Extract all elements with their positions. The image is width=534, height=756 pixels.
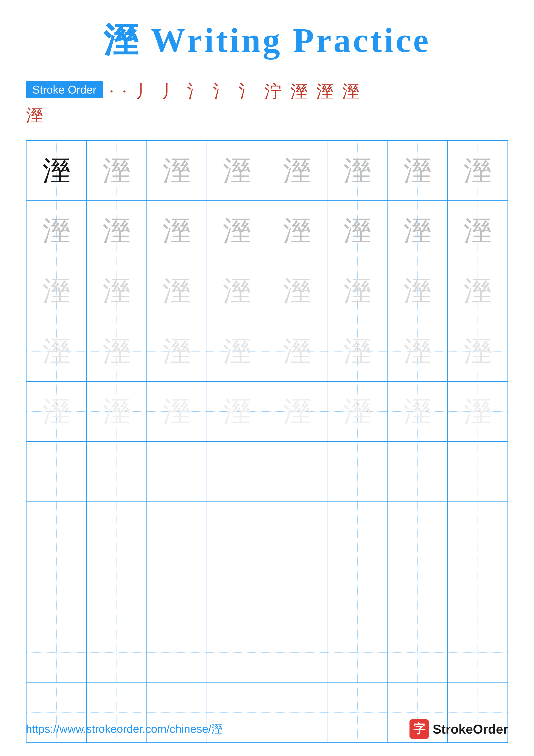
cell-character: 溼 (163, 337, 191, 365)
grid-cell[interactable]: 溼 (387, 562, 447, 622)
grid-cell[interactable]: 溼 (447, 261, 508, 321)
cell-character: 溼 (464, 518, 492, 546)
grid-cell[interactable]: 溼 (87, 201, 146, 261)
cell-character: 溼 (403, 217, 431, 245)
grid-cell[interactable]: 溼 (87, 141, 146, 201)
cell-character: 溼 (103, 578, 131, 606)
grid-cell[interactable]: 溼 (267, 502, 327, 562)
cell-character: 溼 (163, 157, 191, 185)
grid-cell[interactable]: 溼 (26, 321, 87, 381)
grid-cell[interactable]: 溼 (26, 201, 87, 261)
grid-cell[interactable]: 溼 (387, 141, 447, 201)
grid-cell[interactable]: 溼 (147, 141, 207, 201)
grid-cell[interactable]: 溼 (207, 261, 267, 321)
grid-cell[interactable]: 溼 (147, 442, 207, 502)
grid-cell[interactable]: 溼 (447, 201, 508, 261)
stroke-order-badge: Stroke Order (26, 81, 103, 98)
grid-cell[interactable]: 溼 (327, 381, 387, 442)
grid-row: 溼溼溼溼溼溼溼溼 (26, 261, 508, 321)
cell-character: 溼 (163, 518, 191, 546)
grid-cell[interactable]: 溼 (387, 321, 447, 381)
grid-cell[interactable]: 溼 (207, 381, 267, 442)
grid-cell[interactable]: 溼 (267, 622, 327, 682)
grid-cell[interactable]: 溼 (26, 442, 87, 502)
grid-cell[interactable]: 溼 (267, 442, 327, 502)
cell-character: 溼 (283, 217, 311, 245)
grid-cell[interactable]: 溼 (26, 261, 87, 321)
grid-cell[interactable]: 溼 (26, 562, 87, 622)
grid-cell[interactable]: 溼 (447, 321, 508, 381)
cell-character: 溼 (223, 518, 251, 546)
grid-cell[interactable]: 溼 (207, 201, 267, 261)
grid-row: 溼溼溼溼溼溼溼溼 (26, 442, 508, 502)
grid-cell[interactable]: 溼 (87, 261, 146, 321)
grid-cell[interactable]: 溼 (207, 622, 267, 682)
grid-cell[interactable]: 溼 (387, 261, 447, 321)
grid-cell[interactable]: 溼 (147, 201, 207, 261)
grid-cell[interactable]: 溼 (147, 261, 207, 321)
cell-character: 溼 (283, 578, 311, 606)
grid-cell[interactable]: 溼 (26, 381, 87, 442)
grid-cell[interactable]: 溼 (327, 321, 387, 381)
grid-cell[interactable]: 溼 (207, 562, 267, 622)
cell-character: 溼 (103, 397, 131, 425)
grid-cell[interactable]: 溼 (327, 502, 387, 562)
cell-character: 溼 (343, 397, 371, 425)
grid-cell[interactable]: 溼 (387, 201, 447, 261)
grid-cell[interactable]: 溼 (267, 562, 327, 622)
grid-cell[interactable]: 溼 (267, 201, 327, 261)
grid-cell[interactable]: 溼 (147, 622, 207, 682)
grid-cell[interactable]: 溼 (267, 141, 327, 201)
grid-cell[interactable]: 溼 (387, 442, 447, 502)
grid-cell[interactable]: 溼 (87, 381, 146, 442)
cell-character: 溼 (403, 277, 431, 305)
grid-cell[interactable]: 溼 (87, 442, 146, 502)
grid-cell[interactable]: 溼 (387, 381, 447, 442)
grid-cell[interactable]: 溼 (387, 502, 447, 562)
grid-cell[interactable]: 溼 (267, 261, 327, 321)
grid-cell[interactable]: 溼 (327, 442, 387, 502)
cell-character: 溼 (343, 217, 371, 245)
cell-character: 溼 (223, 578, 251, 606)
grid-cell[interactable]: 溼 (87, 502, 146, 562)
grid-cell[interactable]: 溼 (447, 622, 508, 682)
grid-cell[interactable]: 溼 (447, 381, 508, 442)
grid-cell[interactable]: 溼 (207, 321, 267, 381)
grid-cell[interactable]: 溼 (267, 381, 327, 442)
grid-cell[interactable]: 溼 (387, 622, 447, 682)
grid-cell[interactable]: 溼 (26, 141, 87, 201)
cell-character: 溼 (42, 698, 70, 726)
grid-cell[interactable]: 溼 (327, 261, 387, 321)
grid-cell[interactable]: 溼 (447, 442, 508, 502)
grid-cell[interactable]: 溼 (207, 502, 267, 562)
page: 溼 Writing Practice Stroke Order · · 丿 丿 … (0, 0, 534, 756)
grid-cell[interactable]: 溼 (207, 442, 267, 502)
grid-cell[interactable]: 溼 (447, 502, 508, 562)
grid-cell[interactable]: 溼 (147, 562, 207, 622)
grid-cell[interactable]: 溼 (327, 201, 387, 261)
cell-character: 溼 (42, 157, 70, 185)
grid-cell[interactable]: 溼 (327, 141, 387, 201)
cell-character: 溼 (403, 638, 431, 666)
grid-cell[interactable]: 溼 (87, 622, 146, 682)
grid-cell[interactable]: 溼 (147, 381, 207, 442)
grid-cell[interactable]: 溼 (26, 502, 87, 562)
cell-character: 溼 (343, 157, 371, 185)
grid-cell[interactable]: 溼 (147, 321, 207, 381)
grid-cell[interactable]: 溼 (87, 321, 146, 381)
grid-cell[interactable]: 溼 (147, 502, 207, 562)
cell-character: 溼 (464, 698, 492, 726)
grid-cell[interactable]: 溼 (267, 321, 327, 381)
grid-cell[interactable]: 溼 (327, 562, 387, 622)
grid-cell[interactable]: 溼 (207, 141, 267, 201)
grid-cell[interactable]: 溼 (327, 622, 387, 682)
cell-character: 溼 (103, 458, 131, 486)
grid-cell[interactable]: 溼 (87, 562, 146, 622)
cell-character: 溼 (42, 518, 70, 546)
grid-cell[interactable]: 溼 (447, 141, 508, 201)
grid-cell[interactable]: 溼 (26, 622, 87, 682)
cell-character: 溼 (283, 277, 311, 305)
grid-cell[interactable]: 溼 (447, 562, 508, 622)
cell-character: 溼 (163, 217, 191, 245)
cell-character: 溼 (163, 397, 191, 425)
